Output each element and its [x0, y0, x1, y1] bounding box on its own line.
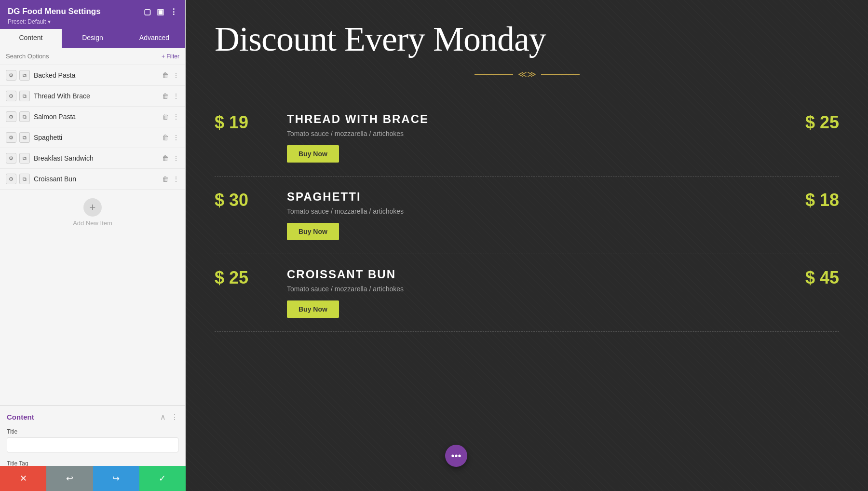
menu-price-left-1: $ 30	[215, 190, 272, 210]
delete-icon[interactable]: 🗑	[162, 113, 169, 121]
menu-item-center-2: CROISSANT BUN Tomato sauce / mozzarella …	[272, 268, 791, 318]
list-item: ⚙ ⧉ Breakfast Sandwich 🗑 ⋮	[0, 148, 185, 169]
menu-item-desc-1: Tomato sauce / mozzarella / artichokes	[287, 207, 776, 215]
item-label: Spaghetti	[34, 134, 158, 141]
content-more-icon[interactable]: ⋮	[171, 412, 178, 422]
panel-tabs: Content Design Advanced	[0, 29, 185, 48]
menu-item-center-0: THREAD WITH BRACE Tomato sauce / mozzare…	[272, 112, 791, 163]
item-icon-group: ⚙ ⧉	[6, 132, 30, 143]
gear-icon[interactable]: ⚙	[6, 91, 16, 101]
fab-dots-icon: •••	[451, 450, 461, 462]
search-bar: + Filter	[0, 48, 185, 65]
price-right-value-1: $ 18	[805, 190, 839, 210]
panel-title-text: DG Food Menu Settings	[8, 7, 101, 16]
more-icon[interactable]: ⋮	[173, 134, 179, 141]
filter-button[interactable]: + Filter	[162, 53, 179, 60]
menu-item-name-1: SPAGHETTI	[287, 190, 776, 204]
copy-icon[interactable]: ⧉	[19, 111, 30, 122]
delete-icon[interactable]: 🗑	[162, 175, 169, 183]
gear-icon[interactable]: ⚙	[6, 111, 16, 122]
more-icon[interactable]: ⋮	[173, 92, 179, 100]
add-icon: +	[83, 198, 102, 217]
menu-price-right-1: $ 18	[791, 190, 839, 210]
item-label: Croissant Bun	[34, 175, 158, 183]
item-label: Backed Pasta	[34, 71, 158, 79]
copy-icon[interactable]: ⧉	[19, 153, 30, 164]
redo-button[interactable]: ↪	[93, 466, 139, 491]
menu-item-desc-2: Tomato sauce / mozzarella / artichokes	[287, 285, 776, 293]
item-label: Breakfast Sandwich	[34, 154, 158, 162]
close-button[interactable]: ✕	[0, 466, 46, 491]
gear-icon[interactable]: ⚙	[6, 174, 16, 184]
content-section-header[interactable]: Content ∧ ⋮	[0, 406, 185, 426]
delete-icon[interactable]: 🗑	[162, 134, 169, 141]
price-left-value-1: $ 30	[215, 190, 248, 210]
divider-line-right	[541, 74, 580, 75]
list-item: ⚙ ⧉ Thread With Brace 🗑 ⋮	[0, 86, 185, 107]
gear-icon[interactable]: ⚙	[6, 153, 16, 164]
delete-icon[interactable]: 🗑	[162, 154, 169, 162]
item-label: Thread With Brace	[34, 92, 158, 100]
right-panel: Discount Every Monday ≪≫ $ 19 THREAD WIT…	[186, 0, 868, 491]
list-item: ⚙ ⧉ Spaghetti 🗑 ⋮	[0, 127, 185, 148]
gear-icon[interactable]: ⚙	[6, 70, 16, 81]
items-list: ⚙ ⧉ Backed Pasta 🗑 ⋮ ⚙ ⧉ Thread With Bra…	[0, 65, 185, 405]
tab-content[interactable]: Content	[0, 29, 62, 48]
menu-price-right-2: $ 45	[791, 268, 839, 288]
more-icon[interactable]: ⋮	[173, 71, 179, 79]
undo-button[interactable]: ↩	[46, 466, 93, 491]
copy-icon[interactable]: ⧉	[19, 132, 30, 143]
list-item: ⚙ ⧉ Backed Pasta 🗑 ⋮	[0, 65, 185, 86]
save-button[interactable]: ✓	[139, 466, 186, 491]
menu-item-row: $ 19 THREAD WITH BRACE Tomato sauce / mo…	[215, 99, 839, 177]
tab-design[interactable]: Design	[62, 29, 123, 48]
list-item: ⚙ ⧉ Croissant Bun 🗑 ⋮	[0, 169, 185, 190]
panel-preset[interactable]: Preset: Default ▾	[8, 18, 177, 25]
resize-icon[interactable]: ▣	[157, 7, 164, 16]
item-actions: 🗑 ⋮	[162, 134, 179, 141]
price-left-value-2: $ 25	[215, 268, 248, 287]
delete-icon[interactable]: 🗑	[162, 92, 169, 100]
buy-now-button-1[interactable]: Buy Now	[287, 223, 339, 240]
item-actions: 🗑 ⋮	[162, 175, 179, 183]
buy-now-button-0[interactable]: Buy Now	[287, 145, 339, 163]
dots-menu-icon[interactable]: ⋮	[170, 7, 177, 16]
gear-icon[interactable]: ⚙	[6, 132, 16, 143]
search-input[interactable]	[6, 53, 158, 60]
delete-icon[interactable]: 🗑	[162, 71, 169, 79]
content-section-header-right: ∧ ⋮	[160, 412, 178, 422]
item-icon-group: ⚙ ⧉	[6, 70, 30, 81]
add-new-item-button[interactable]: + Add New Item	[0, 190, 185, 235]
collapse-icon[interactable]: ∧	[160, 412, 166, 422]
more-icon[interactable]: ⋮	[173, 175, 179, 183]
panel-title: DG Food Menu Settings ▢ ▣ ⋮	[8, 7, 177, 16]
title-input[interactable]	[7, 437, 178, 452]
title-field: Title	[0, 426, 185, 458]
copy-icon[interactable]: ⧉	[19, 70, 30, 81]
menu-price-left-2: $ 25	[215, 268, 272, 288]
menu-item-name-2: CROISSANT BUN	[287, 268, 776, 281]
item-actions: 🗑 ⋮	[162, 113, 179, 121]
list-item: ⚙ ⧉ Salmon Pasta 🗑 ⋮	[0, 107, 185, 127]
bottom-toolbar: ✕ ↩ ↪ ✓	[0, 466, 186, 491]
menu-item-row: $ 30 SPAGHETTI Tomato sauce / mozzarella…	[215, 177, 839, 254]
item-icon-group: ⚙ ⧉	[6, 153, 30, 164]
more-icon[interactable]: ⋮	[173, 113, 179, 121]
item-label: Salmon Pasta	[34, 113, 158, 121]
more-icon[interactable]: ⋮	[173, 154, 179, 162]
item-actions: 🗑 ⋮	[162, 154, 179, 162]
item-actions: 🗑 ⋮	[162, 92, 179, 100]
price-right-value-0: $ 25	[805, 112, 839, 132]
copy-icon[interactable]: ⧉	[19, 91, 30, 101]
item-actions: 🗑 ⋮	[162, 71, 179, 79]
divider-line-left	[475, 74, 513, 75]
panel-title-icons: ▢ ▣ ⋮	[144, 7, 177, 16]
buy-now-button-2[interactable]: Buy Now	[287, 300, 339, 318]
menu-heading: Discount Every Monday	[215, 19, 839, 59]
item-icon-group: ⚙ ⧉	[6, 111, 30, 122]
fab-button[interactable]: •••	[445, 445, 467, 467]
tab-advanced[interactable]: Advanced	[123, 29, 185, 48]
minimize-icon[interactable]: ▢	[144, 7, 151, 16]
menu-item-desc-0: Tomato sauce / mozzarella / artichokes	[287, 130, 776, 137]
copy-icon[interactable]: ⧉	[19, 174, 30, 184]
